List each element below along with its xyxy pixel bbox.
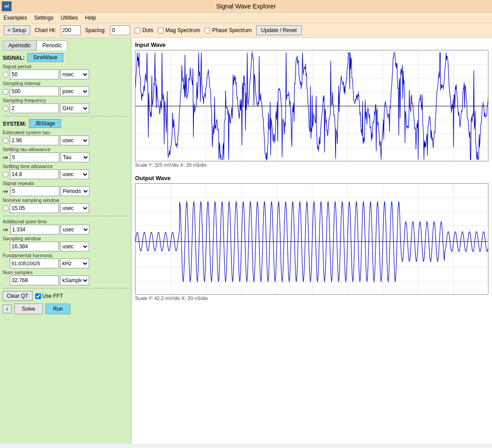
system-name-button[interactable]: JBStage <box>29 119 61 128</box>
num-samples-unit[interactable]: kSamplesSamples <box>60 275 89 285</box>
sampling-window-group: Sampling window usecnsec <box>3 236 128 251</box>
dots-label: Dots <box>142 27 153 33</box>
dots-checkbox-group: Dots <box>135 27 153 33</box>
use-fft-group: Use FFT <box>35 293 63 299</box>
signal-period-unit[interactable]: nsecusecmsec <box>60 70 89 79</box>
use-fft-label: Use FFT <box>42 293 63 299</box>
nominal-window-radio[interactable] <box>3 206 8 211</box>
signal-repeats-group: Signal repeats ⇒ PeriodsTimes <box>3 181 128 196</box>
update-reset-button[interactable]: Update / Reset <box>256 25 302 35</box>
menu-bar: Examples Settings Utilities Help <box>0 13 492 23</box>
menu-utilities[interactable]: Utilities <box>61 15 78 21</box>
run-button[interactable]: Run <box>45 304 70 314</box>
info-button[interactable]: i <box>3 304 12 313</box>
num-samples-group: Num samples kSamplesSamples <box>3 270 128 285</box>
signal-name-button[interactable]: SineWave <box>27 53 63 62</box>
estimated-tau-unit[interactable]: usecnsec <box>60 136 89 145</box>
app-title: Signal Wave Explorer <box>216 3 276 10</box>
sampling-window-unit[interactable]: usecnsec <box>60 242 89 251</box>
sampling-frequency-label: Sampling frequency <box>3 98 128 103</box>
left-panel: Aperiodic Periodic SIGNAL: SineWave Sign… <box>0 38 131 444</box>
input-wave-canvas <box>135 50 488 161</box>
mag-spectrum-checkbox-group: Mag Spectrum <box>158 27 200 33</box>
output-wave-scale: Scale Y: 42.2 mV/div X: 20 nS/div <box>135 296 488 301</box>
estimated-tau-radio[interactable] <box>3 138 8 144</box>
settling-time-radio[interactable] <box>3 172 8 177</box>
sampling-interval-input[interactable] <box>10 86 59 96</box>
signal-period-radio[interactable] <box>3 72 8 78</box>
output-wave-canvas <box>135 184 488 295</box>
settling-tau-unit[interactable]: Tauusec <box>61 152 90 162</box>
nominal-window-group: Nominal sampling window usecnsec <box>3 197 128 213</box>
sampling-interval-label: Sampling interval <box>3 81 128 86</box>
system-label: SYSTEM: <box>3 121 26 127</box>
sampling-interval-unit[interactable]: psecnsecusec <box>60 86 89 96</box>
estimated-tau-input[interactable] <box>10 136 59 145</box>
settling-tau-group: Settling tau allowance ⇒ Tauusec <box>3 147 128 162</box>
sampling-frequency-radio[interactable] <box>3 106 8 111</box>
settling-time-label: Settling time allowance <box>3 164 128 169</box>
output-wave-section: Output Wave Scale Y: 42.2 mV/div X: 20 n… <box>135 175 488 301</box>
num-samples-label: Num samples <box>3 270 128 275</box>
sampling-frequency-input[interactable] <box>10 103 59 113</box>
fundamental-label: Fundamental harmonic <box>3 253 128 258</box>
output-wave-title: Output Wave <box>135 175 488 181</box>
settling-time-group: Settling time allowance usecnsec <box>3 164 128 179</box>
settling-tau-input[interactable] <box>10 152 59 162</box>
spacing-label: Spacing: <box>85 27 106 33</box>
nominal-window-input[interactable] <box>10 203 59 213</box>
input-wave-section: Input Wave Scale Y: 325 mV/div X: 20 nS/… <box>135 41 488 168</box>
panel-tabs: Aperiodic Periodic <box>3 41 128 50</box>
num-samples-input[interactable] <box>10 275 59 285</box>
phase-spectrum-checkbox-group: Phase Spectrum <box>205 27 252 33</box>
additional-quiet-group: Additional quiet time ⇒ usecnsec <box>3 219 128 234</box>
menu-examples[interactable]: Examples <box>4 15 27 21</box>
signal-period-input[interactable] <box>10 70 59 79</box>
settling-tau-arrow: ⇒ <box>3 154 8 161</box>
toolbar: < Setup Chart Ht: Spacing: Dots Mag Spec… <box>0 23 492 38</box>
chart-ht-input[interactable] <box>61 25 81 35</box>
phase-spectrum-label: Phase Spectrum <box>212 27 252 33</box>
phase-spectrum-checkbox[interactable] <box>205 28 210 33</box>
mag-spectrum-label: Mag Spectrum <box>165 27 200 33</box>
nominal-window-label: Nominal sampling window <box>3 197 128 203</box>
estimated-tau-label: Estimated system tau <box>3 130 128 135</box>
signal-repeats-input[interactable] <box>10 186 59 196</box>
menu-help[interactable]: Help <box>85 15 96 21</box>
settling-tau-label: Settling tau allowance <box>3 147 128 152</box>
divider-3 <box>3 288 128 288</box>
chart-ht-label: Chart Ht: <box>35 27 56 33</box>
spacing-input[interactable] <box>110 25 130 35</box>
additional-quiet-unit[interactable]: usecnsec <box>61 225 90 234</box>
input-wave-chart <box>135 50 488 161</box>
tab-aperiodic[interactable]: Aperiodic <box>3 41 37 50</box>
fundamental-unit[interactable]: kHzMHz <box>60 259 89 268</box>
divider-2 <box>3 216 128 216</box>
additional-quiet-input[interactable] <box>10 225 59 234</box>
additional-quiet-arrow: ⇒ <box>3 226 8 233</box>
tab-periodic[interactable]: Periodic <box>37 41 67 50</box>
settling-time-unit[interactable]: usecnsec <box>60 169 89 179</box>
signal-period-label: Signal period <box>3 64 128 69</box>
sampling-window-input[interactable] <box>10 242 59 251</box>
menu-settings[interactable]: Settings <box>34 15 53 21</box>
input-wave-scale: Scale Y: 325 mV/div X: 20 nS/div <box>135 162 488 168</box>
input-wave-title: Input Wave <box>135 41 488 48</box>
solve-button[interactable]: Solve <box>14 304 43 314</box>
fundamental-group: Fundamental harmonic kHzMHz <box>3 253 128 268</box>
dots-checkbox[interactable] <box>135 28 140 33</box>
mag-spectrum-checkbox[interactable] <box>158 28 164 33</box>
estimated-tau-group: Estimated system tau usecnsec <box>3 130 128 145</box>
sampling-frequency-group: Sampling frequency GHzMHzkHz <box>3 98 128 113</box>
use-fft-checkbox[interactable] <box>35 293 41 299</box>
signal-repeats-label: Signal repeats <box>3 181 128 186</box>
sampling-frequency-unit[interactable]: GHzMHzkHz <box>60 103 89 113</box>
settling-time-input[interactable] <box>10 169 59 179</box>
nominal-window-unit[interactable]: usecnsec <box>60 203 89 213</box>
solve-run-row: i Solve Run <box>3 304 128 314</box>
clear-qt-button[interactable]: Clear QT <box>3 291 33 301</box>
signal-repeats-unit[interactable]: PeriodsTimes <box>61 186 90 196</box>
setup-button[interactable]: < Setup <box>4 25 30 35</box>
sampling-interval-radio[interactable] <box>3 89 8 95</box>
fundamental-input[interactable] <box>10 259 59 268</box>
